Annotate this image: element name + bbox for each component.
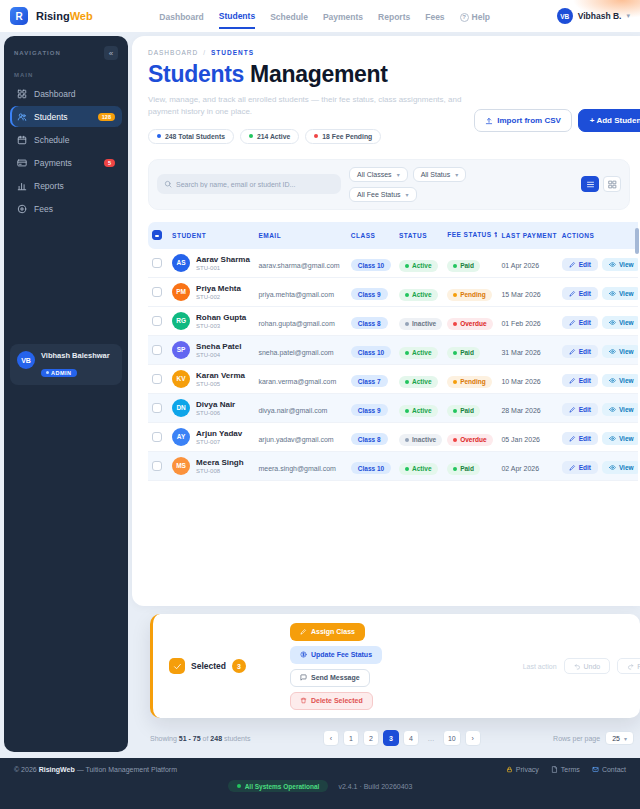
edit-button[interactable]: Edit xyxy=(562,316,598,329)
schedule-icon xyxy=(17,135,27,145)
brand-logo[interactable]: R xyxy=(10,7,28,25)
column-header-status[interactable]: STATUS xyxy=(395,222,443,249)
row-checkbox[interactable] xyxy=(152,374,162,384)
search-input[interactable] xyxy=(176,181,334,188)
user-menu[interactable]: VB Vibhash B. ▾ xyxy=(557,8,630,24)
view-button[interactable]: View xyxy=(602,374,638,387)
sidebar-user-card[interactable]: VB Vibhash Baleshwar ADMIN xyxy=(10,344,122,385)
page-button-2[interactable]: 2 xyxy=(363,730,379,746)
edit-button[interactable]: Edit xyxy=(562,432,598,445)
topnav-help[interactable]: ?Help xyxy=(460,4,490,28)
sidebar-badge: 5 xyxy=(104,159,115,167)
topnav-schedule[interactable]: Schedule xyxy=(270,4,308,28)
sidebar-user-name: Vibhash Baleshwar xyxy=(41,351,110,360)
edit-button[interactable]: Edit xyxy=(562,287,598,300)
sidebar-item-payments[interactable]: Payments5 xyxy=(10,152,122,173)
student-name: Divya Nair xyxy=(196,400,235,409)
sidebar-item-schedule[interactable]: Schedule xyxy=(10,129,122,150)
row-checkbox[interactable] xyxy=(152,287,162,297)
eye-icon xyxy=(609,406,616,413)
student-id: STU-007 xyxy=(196,439,242,445)
footer-link-terms[interactable]: Terms xyxy=(551,766,580,773)
edit-button[interactable]: Edit xyxy=(562,258,598,271)
view-button[interactable]: View xyxy=(602,403,638,416)
edit-button[interactable]: Edit xyxy=(562,374,598,387)
collapse-sidebar-button[interactable]: « xyxy=(104,46,118,60)
breadcrumb-students: STUDENTS xyxy=(211,49,254,56)
update-fee-status-button[interactable]: Update Fee Status xyxy=(290,646,382,664)
footer-link-contact[interactable]: Contact xyxy=(592,766,626,773)
eye-icon xyxy=(609,290,616,297)
status-badge: Active xyxy=(399,289,438,301)
topnav-dashboard[interactable]: Dashboard xyxy=(159,4,203,28)
view-button[interactable]: View xyxy=(602,345,638,358)
topnav-payments[interactable]: Payments xyxy=(323,4,363,28)
row-checkbox[interactable] xyxy=(152,432,162,442)
avatar: DN xyxy=(172,399,190,417)
eye-icon xyxy=(609,261,616,268)
table-row: PMPriya MehtaSTU-002priya.mehta@gmail.co… xyxy=(148,277,638,306)
redo-button[interactable]: Redo xyxy=(617,658,640,674)
stat-dot xyxy=(157,134,161,138)
column-header-student[interactable]: STUDENT xyxy=(168,222,254,249)
view-button[interactable]: View xyxy=(602,258,638,271)
undo-button[interactable]: Undo xyxy=(564,658,611,674)
page-button-10[interactable]: 10 xyxy=(443,730,461,746)
topnav-reports[interactable]: Reports xyxy=(378,4,410,28)
eye-icon xyxy=(609,464,616,471)
row-checkbox[interactable] xyxy=(152,345,162,355)
send-message-button[interactable]: Send Message xyxy=(290,669,370,687)
page-button-3[interactable]: 3 xyxy=(383,730,399,746)
filter-select-all-classes[interactable]: All Classes xyxy=(349,167,408,182)
page-button-1[interactable]: 1 xyxy=(343,730,359,746)
rows-per-page: Rows per page 25 xyxy=(553,731,634,745)
sidebar-item-fees[interactable]: Fees xyxy=(10,198,122,219)
student-email: rohan.gupta@gmail.com xyxy=(258,320,334,327)
page-button-4[interactable]: 4 xyxy=(403,730,419,746)
avatar: SP xyxy=(172,341,190,359)
edit-button[interactable]: Edit xyxy=(562,403,598,416)
sidebar-item-students[interactable]: Students128 xyxy=(10,106,122,127)
column-header-last-payment[interactable]: LAST PAYMENT xyxy=(497,222,557,249)
edit-button[interactable]: Edit xyxy=(562,461,598,474)
prev-page-button[interactable]: ‹ xyxy=(323,730,339,746)
table-row: SPSneha PatelSTU-004sneha.patel@gmail.co… xyxy=(148,335,638,364)
filter-select-all-fee-status[interactable]: All Fee Status xyxy=(349,187,417,202)
page-subtitle: View, manage, and track all enrolled stu… xyxy=(148,94,478,119)
student-email: sneha.patel@gmail.com xyxy=(258,349,333,356)
breadcrumb-dashboard[interactable]: DASHBOARD xyxy=(148,49,198,56)
column-header-class[interactable]: CLASS xyxy=(347,222,395,249)
pencil-icon xyxy=(569,261,576,268)
assign-class-button[interactable]: Assign Class xyxy=(290,623,365,641)
column-header-actions[interactable]: ACTIONS xyxy=(558,222,638,249)
filter-select-all-status[interactable]: All Status xyxy=(413,167,467,182)
sidebar-item-reports[interactable]: Reports xyxy=(10,175,122,196)
row-checkbox[interactable] xyxy=(152,316,162,326)
column-header-email[interactable]: EMAIL xyxy=(254,222,346,249)
dashboard-icon xyxy=(17,89,27,99)
list-view-button[interactable] xyxy=(581,176,599,192)
row-checkbox[interactable] xyxy=(152,461,162,471)
column-header-fee-status[interactable]: FEE STATUS ⇅ xyxy=(443,222,497,249)
row-checkbox[interactable] xyxy=(152,403,162,413)
topnav-students[interactable]: Students xyxy=(219,3,255,29)
grid-view-button[interactable] xyxy=(603,176,621,192)
import-csv-button[interactable]: Import from CSV xyxy=(474,109,572,132)
select-all-checkbox[interactable] xyxy=(152,230,162,240)
view-button[interactable]: View xyxy=(602,316,638,329)
footer-link-privacy[interactable]: Privacy xyxy=(506,766,539,773)
row-checkbox[interactable] xyxy=(152,258,162,268)
next-page-button[interactable]: › xyxy=(465,730,481,746)
delete-selected-button[interactable]: Delete Selected xyxy=(290,692,373,710)
add-student-button[interactable]: + Add Student xyxy=(578,109,640,132)
topnav-fees[interactable]: Fees xyxy=(425,4,444,28)
view-button[interactable]: View xyxy=(602,432,638,445)
view-button[interactable]: View xyxy=(602,461,638,474)
scrollbar-thumb[interactable] xyxy=(635,228,639,254)
sidebar-item-dashboard[interactable]: Dashboard xyxy=(10,83,122,104)
class-pill: Class 10 xyxy=(351,462,391,474)
status-badge: Active xyxy=(399,376,438,388)
edit-button[interactable]: Edit xyxy=(562,345,598,358)
view-button[interactable]: View xyxy=(602,287,638,300)
rows-per-page-select[interactable]: 25 xyxy=(605,731,634,745)
